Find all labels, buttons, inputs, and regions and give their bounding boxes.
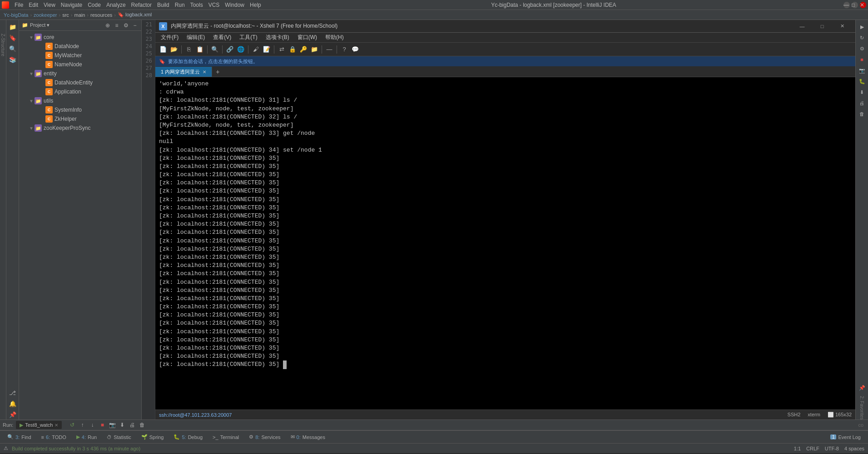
menu-build[interactable]: Build (154, 1, 172, 9)
activity-git[interactable]: ⎇ (8, 388, 18, 398)
right-snapshot-btn[interactable]: 📷 (857, 65, 867, 75)
right-debug-btn[interactable]: 🐛 (857, 76, 867, 86)
xshell-restore[interactable]: □ (813, 22, 832, 31)
menu-run[interactable]: Run (172, 1, 188, 9)
right-trash-btn[interactable]: 🗑 (857, 109, 867, 119)
xtool-transfer[interactable]: ⇄ (277, 44, 287, 54)
tree-systeminfo[interactable]: C SystemInfo (19, 105, 141, 114)
tree-application[interactable]: C Application (19, 87, 141, 96)
right-settings-btn[interactable]: ⚙ (857, 44, 867, 54)
tree-core-folder[interactable]: ▼ 📁 core (19, 33, 141, 42)
menu-code[interactable]: Code (85, 1, 104, 9)
right-stop-btn[interactable]: ■ (857, 54, 867, 64)
xshell-menu-file[interactable]: 文件(F) (157, 33, 182, 42)
tab-find[interactable]: 🔍 3: Find (4, 432, 35, 442)
bc-file[interactable]: 🔖 logback.xml (118, 12, 152, 18)
tab-event-log[interactable]: 1 Event Log (827, 432, 864, 442)
right-print-btn[interactable]: 🖨 (857, 98, 867, 108)
xshell-close[interactable]: ✕ (833, 22, 852, 31)
menu-tools[interactable]: Tools (188, 1, 206, 9)
tab-messages[interactable]: ✉ 0: Messages (287, 432, 329, 442)
activity-learn[interactable]: 📚 (8, 54, 18, 64)
xtool-paste[interactable]: 📋 (195, 44, 205, 54)
minimize-button[interactable]: — (843, 2, 850, 8)
tab-debug[interactable]: 🐛 5: Debug (170, 432, 206, 442)
bc-resources[interactable]: resources (90, 12, 112, 18)
menu-view[interactable]: View (41, 1, 58, 9)
tab-statistic[interactable]: ⏱ Statistic (103, 432, 135, 442)
xtool-script[interactable]: 📝 (262, 44, 272, 54)
tab-todo[interactable]: ≡ 6: TODO (38, 432, 70, 442)
xtool-new[interactable]: 📄 (158, 44, 168, 54)
run-restart-btn[interactable]: ↺ (68, 421, 76, 429)
bc-module[interactable]: zookeeper (34, 12, 57, 18)
xshell-terminal[interactable]: 'world,'anyone : cdrwa [zk: localhost:21… (155, 77, 855, 410)
bc-src[interactable]: src (62, 12, 69, 18)
activity-find[interactable]: 🔍 (8, 44, 18, 54)
bc-main[interactable]: main (74, 12, 85, 18)
status-linesep[interactable]: CRLF (806, 446, 819, 451)
xshell-menu-help[interactable]: 帮助(H) (322, 33, 347, 42)
run-stop-btn[interactable]: ■ (98, 421, 106, 429)
tree-zkprosync[interactable]: ▼ 📁 zooKeeperProSync (19, 123, 141, 133)
hide-icon[interactable]: − (131, 22, 139, 29)
settings-icon[interactable]: ⚙ (122, 22, 129, 29)
right-refresh-btn[interactable]: ↻ (857, 33, 867, 43)
right-step-btn[interactable]: ⬇ (857, 87, 867, 97)
tree-datanode[interactable]: C DataNode (19, 42, 141, 51)
activity-notifications[interactable]: 🔔 (8, 399, 18, 409)
status-spaces[interactable]: 4 spaces (844, 446, 864, 451)
right-pin-btn[interactable]: 📌 (857, 383, 867, 393)
xshell-tab-add[interactable]: + (212, 67, 223, 77)
xtool-key[interactable]: 🔑 (298, 44, 308, 54)
tab-services[interactable]: ⚙ 8: Services (245, 432, 284, 442)
xshell-tab-1[interactable]: 1 内网穿透阿里云 ✕ (155, 67, 212, 77)
tab-run[interactable]: ▶ 4: Run (73, 432, 100, 442)
xtool-find[interactable]: 🔍 (210, 44, 220, 54)
run-scroll-btn[interactable]: ⬇ (118, 421, 126, 429)
right-run-btn[interactable]: ▶ (857, 22, 867, 32)
collapse-icon[interactable]: ≡ (113, 22, 120, 29)
xtool-brush[interactable]: 🖌 (251, 44, 261, 54)
tab-spring[interactable]: 🌱 Spring (138, 432, 168, 442)
xshell-minimize[interactable]: — (793, 22, 812, 31)
xshell-menu-tools[interactable]: 工具(T) (236, 33, 261, 42)
tab-terminal[interactable]: >_ Terminal (209, 432, 243, 442)
menu-refactor[interactable]: Refactor (129, 1, 154, 9)
bc-project[interactable]: Yc-bigData (4, 12, 28, 18)
xtool-globe[interactable]: 🌐 (236, 44, 246, 54)
menu-window[interactable]: Window (222, 1, 247, 9)
xtool-minus[interactable]: — (324, 44, 334, 54)
run-tab-test8[interactable]: ▶ Test8_watch ✕ (16, 421, 62, 429)
xtool-chat[interactable]: 💬 (350, 44, 360, 54)
menu-file[interactable]: File (12, 1, 26, 9)
menu-analyze[interactable]: Analyze (104, 1, 129, 9)
tree-entity-folder[interactable]: ▼ 📁 entity (19, 69, 141, 78)
xtool-copy[interactable]: ⎘ (184, 44, 194, 54)
menu-navigate[interactable]: Navigate (58, 1, 85, 9)
xshell-tab-1-close[interactable]: ✕ (203, 69, 206, 74)
menu-edit[interactable]: Edit (26, 1, 41, 9)
xshell-menu-view[interactable]: 查看(V) (209, 33, 235, 42)
tree-zkhelper[interactable]: C ZkHelper (19, 114, 141, 123)
activity-bookmarks[interactable]: 🔖 (8, 33, 18, 43)
run-clear-btn[interactable]: 🗑 (138, 421, 146, 429)
tree-namenode[interactable]: C NameNode (19, 60, 141, 69)
xtool-lock[interactable]: 🔒 (288, 44, 298, 54)
run-up-btn[interactable]: ↑ (78, 421, 86, 429)
xtool-conn[interactable]: 🔗 (225, 44, 235, 54)
tree-datanodeentity[interactable]: C DataNodeEntity (19, 78, 141, 87)
run-tab-close[interactable]: ✕ (55, 423, 58, 428)
xshell-menu-window[interactable]: 窗口(W) (294, 33, 321, 42)
menu-vcs[interactable]: VCS (206, 1, 223, 9)
xtool-folder2[interactable]: 📁 (309, 44, 319, 54)
xtool-open[interactable]: 📂 (169, 44, 179, 54)
activity-project[interactable]: 📁 (8, 22, 18, 32)
tree-mywatcher[interactable]: C MyWatcher (19, 51, 141, 60)
status-position[interactable]: 1:1 (794, 446, 801, 451)
menu-help[interactable]: Help (247, 1, 264, 9)
run-down-btn[interactable]: ↓ (88, 421, 96, 429)
activity-pin[interactable]: 📌 (8, 410, 18, 419)
xshell-menu-tabs[interactable]: 选项卡(B) (262, 33, 293, 42)
xtool-help[interactable]: ? (339, 44, 349, 54)
